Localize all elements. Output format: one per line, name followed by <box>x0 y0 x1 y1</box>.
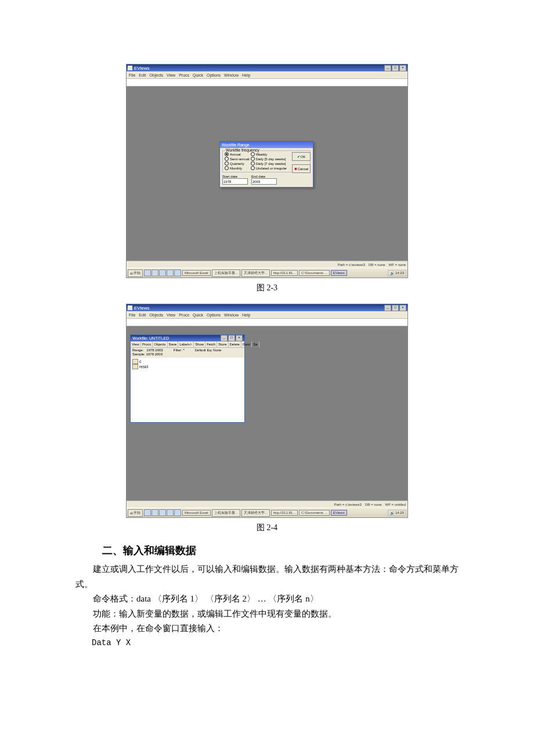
menubar: File Edit Objects View Procs Quick Optio… <box>127 311 407 319</box>
child-titlebar: Workfile: UNTITLED _ □ × <box>131 335 244 341</box>
radio-weekly[interactable]: Weekly <box>251 152 287 156</box>
object-item[interactable]: resid <box>132 364 243 369</box>
task-item[interactable]: C:\Documents ... <box>299 270 330 276</box>
task-item[interactable]: Microsoft Excel <box>182 270 211 276</box>
toolbar-btn[interactable]: Genr <box>241 341 252 347</box>
series-icon <box>132 364 138 369</box>
radio-daily5[interactable]: Daily [5 day weeks] <box>251 157 287 161</box>
child-toolbar: View Procs Objects Save Label+/- Show Fe… <box>131 341 244 348</box>
windows-icon: ⊞ <box>130 511 133 515</box>
radio-quarterly[interactable]: Quarterly <box>225 161 250 165</box>
ok-button[interactable]: ✔OK <box>292 152 311 161</box>
start-button[interactable]: ⊞开始 <box>128 509 143 517</box>
task-item[interactable]: 上机实验手册... <box>212 269 240 277</box>
minimize-icon[interactable]: _ <box>221 335 228 341</box>
toolbar-btn[interactable]: View <box>131 341 141 347</box>
menu-item[interactable]: Help <box>242 313 250 317</box>
menu-item[interactable]: Quick <box>193 313 203 317</box>
radio-semiannual[interactable]: Semi-annual <box>225 157 250 161</box>
task-item[interactable]: Microsoft Excel <box>182 510 211 516</box>
end-date-input[interactable] <box>251 178 277 185</box>
maximize-icon[interactable]: □ <box>392 305 399 311</box>
menu-item[interactable]: Options <box>207 313 221 317</box>
ql-icon[interactable] <box>151 509 158 516</box>
toolbar-btn[interactable]: Objects <box>153 341 167 347</box>
toolbar-btn[interactable]: Show <box>194 341 205 347</box>
maximize-icon[interactable]: □ <box>392 65 399 71</box>
ql-icon[interactable] <box>144 509 151 516</box>
task-item[interactable]: C:\Documents ... <box>299 510 330 516</box>
radio-annual[interactable]: Annual <box>225 152 250 156</box>
tray-icon[interactable]: 🔊 <box>390 511 394 515</box>
dialog-title: Workfile Range <box>220 142 313 148</box>
workarea: Workfile: UNTITLED _ □ × View Procs Obje… <box>127 326 407 501</box>
workarea: Workfile Range Workfile frequency Annual… <box>127 87 407 261</box>
menu-item[interactable]: Edit <box>139 313 146 317</box>
radio-monthly[interactable]: Monthly <box>225 166 250 170</box>
menu-item[interactable]: Quick <box>193 73 203 77</box>
ql-icon[interactable] <box>159 269 166 276</box>
command-bar[interactable] <box>127 79 407 87</box>
menu-item[interactable]: View <box>167 73 175 77</box>
command-bar[interactable] <box>127 319 407 326</box>
toolbar-btn[interactable]: Procs <box>141 341 153 347</box>
toolbar-btn[interactable]: Label+/- <box>178 341 194 347</box>
close-icon[interactable]: × <box>399 305 406 311</box>
start-date-input[interactable] <box>222 178 248 185</box>
ql-icon[interactable] <box>174 509 181 516</box>
task-item[interactable]: http://211.81... <box>271 270 298 276</box>
menu-item[interactable]: File <box>129 73 135 77</box>
toolbar-btn[interactable]: Fetch <box>205 341 217 347</box>
maximize-icon[interactable]: □ <box>228 335 235 341</box>
ql-icon[interactable] <box>167 509 174 516</box>
close-icon[interactable]: × <box>236 335 243 341</box>
radio-undated[interactable]: Undated or irregular <box>251 166 287 170</box>
toolbar-btn[interactable]: Sa <box>252 341 259 347</box>
menu-item[interactable]: View <box>167 313 175 317</box>
minimize-icon[interactable]: _ <box>384 305 391 311</box>
clock: 14:25 <box>395 511 404 514</box>
task-item[interactable]: 天津财经大学... <box>241 269 270 277</box>
clock: 14:23 <box>395 271 404 275</box>
task-item[interactable]: 上机实验手册... <box>212 509 240 517</box>
task-item-active[interactable]: EViews <box>331 510 347 516</box>
toolbar-btn[interactable]: Store <box>217 341 228 347</box>
menu-item[interactable]: Options <box>207 73 221 77</box>
status-path: Path = c:\eviews3 <box>334 503 362 506</box>
start-button[interactable]: ⊞开始 <box>128 269 143 277</box>
task-item[interactable]: 天津财经大学... <box>241 509 270 517</box>
ql-icon[interactable] <box>167 269 174 276</box>
system-tray: 🔊14:25 <box>388 510 406 516</box>
status-bar: Path = c:\eviews3 DB = none WF = none <box>127 261 407 268</box>
menu-item[interactable]: Objects <box>149 313 163 317</box>
quick-launch <box>144 509 181 516</box>
ql-icon[interactable] <box>174 269 181 276</box>
menu-item[interactable]: Procs <box>179 73 189 77</box>
menu-item[interactable]: Window <box>224 73 239 77</box>
task-item-active[interactable]: EViews <box>331 270 347 276</box>
toolbar-btn[interactable]: Save <box>168 341 179 347</box>
ql-icon[interactable] <box>144 269 151 276</box>
radio-daily7[interactable]: Daily [7 day weeks] <box>251 161 287 165</box>
tray-icon[interactable]: 🔊 <box>390 271 394 275</box>
toolbar-btn[interactable]: Delete <box>229 341 241 347</box>
quick-launch <box>144 269 181 276</box>
frequency-group-label: Workfile frequency <box>225 148 260 152</box>
menu-item[interactable]: Objects <box>149 73 163 77</box>
default-eq-text: Default Eq: None <box>195 348 222 352</box>
task-item[interactable]: http://211.81... <box>271 510 298 516</box>
workfile-window: Workfile: UNTITLED _ □ × View Procs Obje… <box>130 334 245 423</box>
menu-item[interactable]: File <box>129 313 135 317</box>
cancel-button[interactable]: ✖Cancel <box>292 164 311 173</box>
menu-item[interactable]: Window <box>224 313 239 317</box>
ql-icon[interactable] <box>151 269 158 276</box>
menu-item[interactable]: Procs <box>179 313 189 317</box>
menu-item[interactable]: Edit <box>139 73 146 77</box>
app-title: EViews <box>134 305 150 311</box>
ql-icon[interactable] <box>159 509 166 516</box>
object-item[interactable]: c <box>132 359 243 364</box>
menu-item[interactable]: Help <box>242 73 250 77</box>
minimize-icon[interactable]: _ <box>384 65 391 71</box>
app-icon <box>128 66 132 70</box>
close-icon[interactable]: × <box>399 65 406 71</box>
